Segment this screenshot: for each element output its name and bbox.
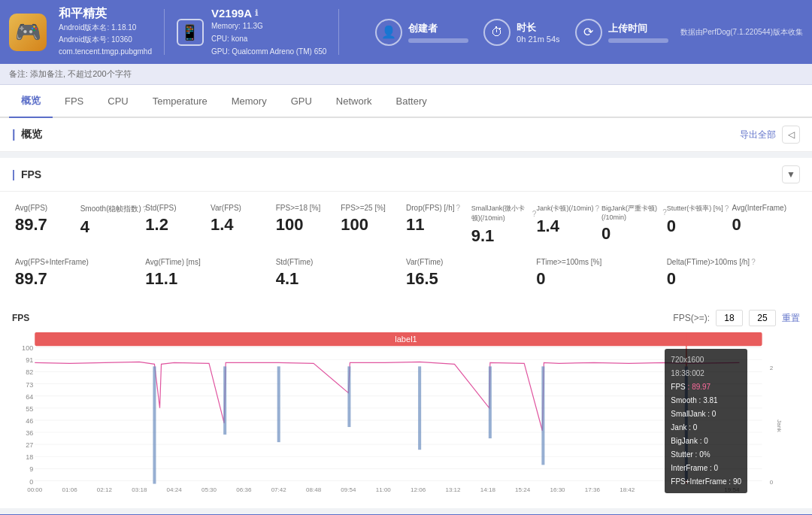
svg-text:0: 0 <box>29 478 33 486</box>
svg-text:02:12: 02:12 <box>97 486 113 493</box>
svg-text:08:48: 08:48 <box>306 486 322 493</box>
fps-gte-label: FPS(>=): <box>673 313 710 323</box>
header-divider2 <box>338 9 339 55</box>
tab-battery[interactable]: Battery <box>384 86 439 117</box>
reset-button[interactable]: 重置 <box>782 312 800 325</box>
version-notice: 数据由PerfDog(7.1.220544)版本收集 <box>680 27 803 38</box>
device-name: V2199A ℹ <box>211 7 326 20</box>
tab-navigation: 概览 FPS CPU Temperature Memory GPU Networ… <box>0 85 812 118</box>
header-divider <box>164 9 165 55</box>
svg-text:82: 82 <box>26 368 33 376</box>
metric-fps-18: FPS>=18 [%] 100 <box>276 204 341 246</box>
smalljank-value: 9.1 <box>471 226 537 246</box>
fps-section-title: FPS <box>12 168 41 180</box>
chart-controls: FPS FPS(>=): 重置 <box>12 310 800 326</box>
jank-bar-2 <box>223 366 226 435</box>
duration-label: 时长 <box>517 21 559 35</box>
jank-value: 1.4 <box>536 217 601 236</box>
var-ftime-value: 16.5 <box>406 269 536 289</box>
overview-collapse-button[interactable]: ◁ <box>782 126 800 144</box>
drop-fps-help-icon[interactable]: ? <box>456 204 461 212</box>
tab-memory[interactable]: Memory <box>220 86 279 117</box>
device-info: V2199A ℹ Memory: 11.3G CPU: kona GPU: Qu… <box>211 7 326 58</box>
drop-fps-value: 11 <box>406 215 471 235</box>
svg-text:17:36: 17:36 <box>585 486 601 493</box>
metric-delta-ftime: Delta(FTime)>100ms [/h] ? 0 <box>667 258 797 289</box>
avg-fps-inter-value: 89.7 <box>15 269 145 289</box>
svg-text:07:42: 07:42 <box>271 486 287 493</box>
svg-text:Jank: Jank <box>776 420 783 433</box>
metric-avg-fps: Avg(FPS) 89.7 <box>15 204 80 246</box>
svg-text:13:12: 13:12 <box>445 486 461 493</box>
svg-text:64: 64 <box>26 393 33 401</box>
device-icon: 📱 <box>177 19 204 46</box>
fps-collapse-button[interactable]: ▼ <box>782 165 800 183</box>
fps-val2-input[interactable] <box>749 310 776 326</box>
std-fps-value: 1.2 <box>145 215 211 235</box>
duration-value: 0h 21m 54s <box>517 35 559 44</box>
jank-help-icon[interactable]: ? <box>595 204 599 213</box>
creator-icon: 👤 <box>375 19 402 46</box>
ftime-100ms-value: 0 <box>536 269 666 289</box>
metric-jank: Jank(卡顿)(/10min) ? 1.4 <box>536 204 601 246</box>
device-cpu: CPU: kona <box>211 32 326 45</box>
creator-label: 创建者 <box>408 22 468 35</box>
tab-overview[interactable]: 概览 <box>9 85 53 118</box>
app-package: com.tencent.tmgp.pubgmhd <box>59 46 152 58</box>
svg-text:46: 46 <box>26 417 33 425</box>
svg-text:2: 2 <box>770 365 774 371</box>
svg-text:03:18: 03:18 <box>132 486 147 493</box>
svg-text:11:00: 11:00 <box>376 486 392 493</box>
delta-ftime-help-icon[interactable]: ? <box>751 258 756 266</box>
stutter-help-icon[interactable]: ? <box>725 204 729 213</box>
creator-placeholder <box>408 38 468 43</box>
segment-label: label1 <box>395 335 417 344</box>
notes-bar: 备注: 添加备注, 不超过200个字符 <box>0 64 812 85</box>
tooltip-stutter: Stutter : 0% <box>671 448 741 462</box>
fps-val1-input[interactable] <box>716 310 743 326</box>
svg-text:16:30: 16:30 <box>550 486 565 493</box>
tab-fps[interactable]: FPS <box>53 86 95 117</box>
svg-text:0: 0 <box>770 479 774 486</box>
metric-drop-fps: Drop(FPS) [/h] ? 11 <box>406 204 471 246</box>
device-gpu: GPU: Qualcomm Adreno (TM) 650 <box>211 45 326 58</box>
device-memory: Memory: 11.3G <box>211 20 326 32</box>
tooltip-smooth: Smooth : 3.81 <box>671 394 741 407</box>
svg-text:27: 27 <box>26 441 33 449</box>
svg-text:05:30: 05:30 <box>201 486 217 493</box>
fps-metrics-row2: Avg(FPS+InterFrame) 89.7 Avg(FTime) [ms]… <box>0 252 812 301</box>
tooltip-interframe: InterFrame : 0 <box>671 462 741 475</box>
svg-text:12:06: 12:06 <box>411 486 426 493</box>
svg-text:00:00: 00:00 <box>27 486 43 493</box>
upload-label: 上传时间 <box>608 22 668 35</box>
avg-ftime-value: 11.1 <box>145 269 275 289</box>
tab-cpu[interactable]: CPU <box>95 86 140 117</box>
metric-fps-25: FPS>=25 [%] 100 <box>341 204 406 246</box>
tab-gpu[interactable]: GPU <box>279 86 324 117</box>
tab-temperature[interactable]: Temperature <box>141 86 220 117</box>
fps-25-value: 100 <box>341 215 406 235</box>
svg-text:15:24: 15:24 <box>515 486 531 493</box>
fps-tooltip: 720x1600 18:38:002 FPS : 89.97 Smooth : … <box>665 349 747 493</box>
svg-text:06:36: 06:36 <box>236 486 252 493</box>
metric-avg-interframe: Avg(InterFrame) 0 <box>732 204 797 246</box>
metric-stutter: Stutter(卡顿率) [%] ? 0 <box>667 204 732 246</box>
jank-bar-6 <box>489 366 492 438</box>
svg-text:01:06: 01:06 <box>62 486 78 493</box>
fps-line <box>35 362 739 431</box>
upload-stat: ⟳ 上传时间 <box>575 19 668 46</box>
tab-network[interactable]: Network <box>324 86 384 117</box>
jank-bar-7 <box>541 366 544 465</box>
app-version1: Android版本名: 1.18.10 <box>59 22 152 34</box>
export-button[interactable]: 导出全部 <box>740 129 776 141</box>
upload-placeholder <box>608 38 668 43</box>
avg-fps-value: 89.7 <box>15 215 80 235</box>
svg-text:14:18: 14:18 <box>480 486 496 493</box>
tooltip-fps: FPS : 89.97 <box>671 380 741 394</box>
smooth-value: 4 <box>80 217 146 237</box>
delta-ftime-value: 0 <box>667 269 797 289</box>
fps-18-value: 100 <box>276 215 341 235</box>
tooltip-resolution: 720x1600 <box>671 353 741 367</box>
tooltip-fpsinter: FPS+InterFrame : 90 <box>671 475 741 489</box>
metric-std-ftime: Std(FTime) 4.1 <box>276 258 406 289</box>
